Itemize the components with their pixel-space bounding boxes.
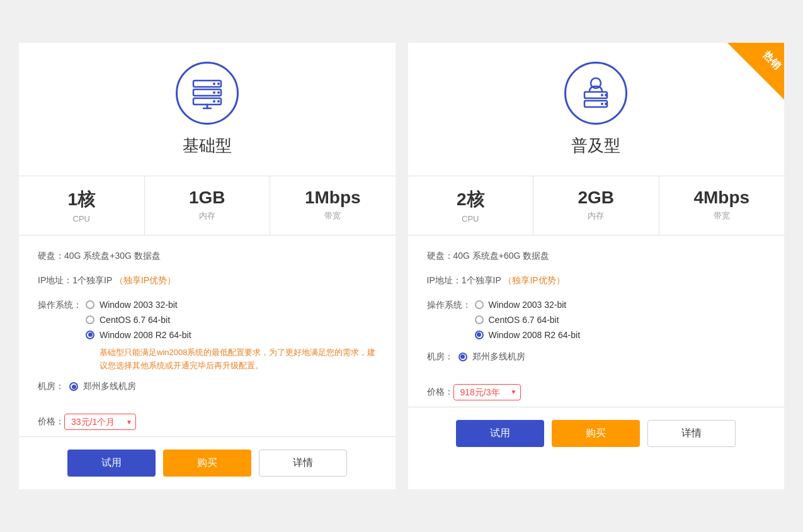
warning-text: 基础型只能满足win2008系统的最低配置要求，为了更好地满足您的需求，建议您选… (100, 346, 377, 373)
card-basic: 基础型 1核 CPU 1GB 内存 1Mbps 带宽 硬盘：40G 系统盘+30… (19, 43, 396, 490)
detail-button[interactable]: 详情 (259, 450, 347, 477)
svg-rect-3 (193, 89, 221, 96)
disk-label: 硬盘：40G 系统盘+30G 数据盘 (38, 251, 161, 261)
os-option-label: Window 2008 R2 64-bit (489, 330, 581, 340)
os-option-label: Window 2003 32-bit (489, 300, 567, 310)
svg-point-7 (217, 100, 220, 103)
os-list: Window 2003 32-bit CentOS 6.7 64-bit Win… (475, 297, 581, 342)
card-footer: 试用 购买 详情 (19, 436, 396, 489)
svg-point-2 (213, 82, 215, 85)
spec-label: CPU (414, 214, 527, 224)
spec-item: 1Mbps 带宽 (270, 176, 396, 235)
os-option[interactable]: Window 2003 32-bit (86, 300, 377, 310)
svg-point-14 (605, 103, 607, 105)
radio-checked[interactable] (475, 331, 484, 339)
os-option[interactable]: Window 2003 32-bit (475, 300, 581, 310)
card-header: 基础型 (19, 43, 396, 176)
radio-unchecked[interactable] (86, 315, 94, 324)
buy-button[interactable]: 购买 (552, 420, 640, 447)
detail-button[interactable]: 详情 (647, 420, 736, 447)
datacenter-row: 机房： 郑州多线机房 (38, 381, 377, 392)
svg-point-15 (601, 103, 603, 105)
trial-button[interactable]: 试用 (456, 420, 544, 447)
trial-button[interactable]: 试用 (67, 450, 156, 477)
radio-unchecked[interactable] (475, 300, 484, 309)
spec-item: 4Mbps 带宽 (659, 176, 785, 235)
svg-point-11 (605, 94, 607, 96)
price-wrapper: 33元/1个月66元/2个月99元/3个月198元/6个月396元/1年792元… (64, 414, 136, 430)
svg-point-12 (601, 94, 603, 96)
datacenter-radio[interactable] (69, 382, 78, 391)
card-icon-circle (564, 62, 627, 125)
datacenter-value: 郑州多线机房 (83, 381, 136, 392)
spec-label: 内存 (151, 210, 264, 222)
spec-label: CPU (25, 214, 138, 224)
price-select[interactable]: 33元/1个月66元/2个月918元/3年1836元/6年 (453, 384, 521, 400)
svg-rect-0 (193, 81, 221, 87)
buy-button[interactable]: 购买 (163, 450, 251, 477)
os-option-label: Window 2008 R2 64-bit (100, 330, 191, 340)
os-option[interactable]: CentOS 6.7 64-bit (475, 315, 581, 325)
spec-value: 2核 (414, 188, 527, 212)
os-option-label: CentOS 6.7 64-bit (489, 315, 559, 325)
os-label: 操作系统： (38, 300, 82, 311)
datacenter-label: 机房： (38, 381, 64, 392)
svg-point-5 (213, 91, 215, 94)
spec-value: 1GB (151, 188, 264, 208)
spec-item: 1核 CPU (19, 176, 145, 235)
os-option[interactable]: Window 2008 R2 64-bit (475, 330, 581, 340)
datacenter-label: 机房： (427, 351, 453, 363)
price-label: 价格： (427, 387, 453, 398)
cards-container: 基础型 1核 CPU 1GB 内存 1Mbps 带宽 硬盘：40G 系统盘+30… (13, 43, 790, 490)
specs-row: 1核 CPU 1GB 内存 1Mbps 带宽 (19, 176, 396, 235)
disk-label: 硬盘：40G 系统盘+60G 数据盘 (427, 251, 550, 261)
specs-row: 2核 CPU 2GB 内存 4Mbps 带宽 (408, 176, 785, 235)
os-label: 操作系统： (427, 300, 471, 311)
svg-rect-6 (193, 98, 221, 105)
card-icon-circle (176, 62, 239, 125)
os-option[interactable]: CentOS 6.7 64-bit (86, 315, 377, 325)
spec-value: 1核 (25, 188, 138, 212)
ip-link[interactable]: （独享IP优势） (115, 275, 176, 285)
price-wrapper: 33元/1个月66元/2个月918元/3年1836元/6年 (453, 384, 521, 400)
card-popular: 热销 普及型 2核 CPU 2GB 内存 4Mbps 带宽 (408, 43, 785, 490)
price-label: 价格： (38, 416, 64, 427)
radio-unchecked[interactable] (86, 300, 94, 309)
disk-row: 硬盘：40G 系统盘+60G 数据盘 (427, 248, 766, 264)
ip-label: IP地址：1个独享IP (427, 275, 501, 285)
svg-point-8 (213, 100, 215, 103)
ip-link[interactable]: （独享IP优势） (503, 275, 564, 285)
spec-item: 1GB 内存 (145, 176, 271, 235)
datacenter-radio[interactable] (458, 353, 467, 361)
svg-point-4 (217, 91, 220, 94)
svg-rect-13 (584, 101, 607, 107)
ip-row: IP地址：1个独享IP （独享IP优势） (38, 273, 377, 288)
price-select[interactable]: 33元/1个月66元/2个月99元/3个月198元/6个月396元/1年792元… (64, 414, 136, 430)
spec-value: 2GB (540, 188, 652, 208)
card-footer: 试用 购买 详情 (408, 407, 785, 460)
os-section: 操作系统： Window 2003 32-bit CentOS 6.7 64-b… (427, 297, 766, 342)
svg-point-1 (217, 82, 220, 85)
os-section: 操作系统： Window 2003 32-bit CentOS 6.7 64-b… (38, 297, 377, 373)
svg-rect-10 (584, 92, 607, 98)
spec-label: 带宽 (276, 210, 389, 222)
os-list: Window 2003 32-bit CentOS 6.7 64-bit Win… (86, 297, 377, 373)
disk-row: 硬盘：40G 系统盘+30G 数据盘 (38, 248, 377, 264)
spec-value: 4Mbps (666, 188, 778, 208)
os-option-label: Window 2003 32-bit (100, 300, 178, 310)
spec-item: 2GB 内存 (533, 176, 659, 235)
spec-label: 内存 (540, 210, 652, 222)
price-row: 价格： 33元/1个月66元/2个月918元/3年1836元/6年 (408, 384, 785, 400)
os-option[interactable]: Window 2008 R2 64-bit (86, 330, 377, 340)
card-details: 硬盘：40G 系统盘+60G 数据盘 IP地址：1个独享IP （独享IP优势） … (408, 235, 785, 384)
datacenter-value: 郑州多线机房 (472, 351, 525, 363)
radio-checked[interactable] (86, 331, 94, 339)
spec-item: 2核 CPU (408, 176, 534, 235)
spec-value: 1Mbps (276, 188, 389, 208)
ip-row: IP地址：1个独享IP （独享IP优势） (427, 273, 766, 288)
card-details: 硬盘：40G 系统盘+30G 数据盘 IP地址：1个独享IP （独享IP优势） … (19, 235, 396, 414)
spec-label: 带宽 (666, 210, 778, 222)
price-row: 价格： 33元/1个月66元/2个月99元/3个月198元/6个月396元/1年… (19, 414, 396, 430)
datacenter-row: 机房： 郑州多线机房 (427, 351, 766, 363)
radio-unchecked[interactable] (475, 315, 484, 324)
